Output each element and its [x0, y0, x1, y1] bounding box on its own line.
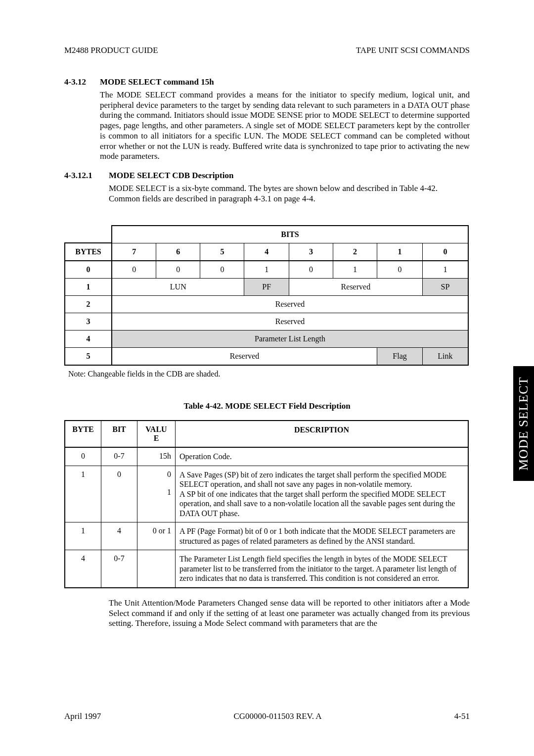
desc-bit: 0-7: [101, 550, 137, 588]
desc-bit: 4: [101, 522, 137, 550]
desc-byte: 1: [65, 466, 101, 522]
cdb-cell: 0: [289, 261, 333, 279]
byte-label: 2: [65, 296, 112, 313]
bit-col-header: 7: [112, 243, 156, 261]
subsection-heading: 4-3.12.1 MODE SELECT CDB Description: [64, 171, 470, 181]
bit-col-header: 1: [377, 243, 423, 261]
cdb-cell: SP: [422, 279, 468, 296]
bit-col-header: 0: [422, 243, 468, 261]
header-left: M2488 PRODUCT GUIDE: [64, 46, 158, 55]
desc-table-wrap: BYTEBITVALU EDESCRIPTION00-715hOperation…: [64, 420, 470, 588]
bytes-header: BYTES: [65, 243, 112, 261]
cdb-table-wrap: BITSBYTES765432100000101011LUNPFReserved…: [64, 225, 470, 366]
bit-col-header: 5: [200, 243, 244, 261]
section-number: 4-3.12: [64, 77, 100, 87]
desc-byte: 0: [65, 447, 101, 466]
cdb-cell: 1: [422, 261, 468, 279]
cdb-cell: 0: [200, 261, 244, 279]
byte-label: 4: [65, 331, 112, 348]
desc-byte: 4: [65, 550, 101, 588]
desc-header-desc: DESCRIPTION: [176, 421, 469, 447]
subsection-title: MODE SELECT CDB Description: [109, 171, 233, 181]
cdb-cell: Reserved: [112, 313, 468, 331]
cdb-cell: Reserved: [289, 279, 422, 296]
bit-col-header: 4: [244, 243, 289, 261]
desc-table: BYTEBITVALU EDESCRIPTION00-715hOperation…: [64, 420, 469, 588]
bit-col-header: 3: [289, 243, 333, 261]
cdb-cell: PF: [244, 279, 289, 296]
desc-text: A Save Pages (SP) bit of zero indicates …: [176, 466, 469, 522]
desc-table-caption: Table 4-42. MODE SELECT Field Descriptio…: [64, 401, 470, 411]
desc-text: Operation Code.: [176, 447, 469, 466]
cdb-cell: Parameter List Length: [112, 331, 468, 348]
bits-header: BITS: [112, 226, 468, 243]
footer-center: CG00000-011503 REV. A: [233, 711, 321, 721]
byte-label: 3: [65, 313, 112, 331]
section-heading: 4-3.12 MODE SELECT command 15h: [64, 77, 470, 87]
cdb-cell: Reserved: [112, 348, 377, 366]
byte-label: 1: [65, 279, 112, 296]
desc-header-bit: BIT: [101, 421, 137, 447]
cdb-cell: LUN: [112, 279, 244, 296]
side-tab: MODE SELECT: [513, 366, 534, 481]
desc-text: The Parameter List Length field specifie…: [176, 550, 469, 588]
header-right: TAPE UNIT SCSI COMMANDS: [356, 46, 470, 55]
desc-value: 15h: [137, 447, 176, 466]
cdb-note: Note: Changeable fields in the CDB are s…: [68, 370, 470, 378]
footer-left: April 1997: [64, 711, 101, 721]
page-header: M2488 PRODUCT GUIDE TAPE UNIT SCSI COMMA…: [64, 46, 470, 55]
cdb-cell: Flag: [377, 348, 423, 366]
desc-header-byte: BYTE: [65, 421, 101, 447]
subsection-paragraph: MODE SELECT is a six-byte command. The b…: [109, 184, 470, 204]
cdb-table: BITSBYTES765432100000101011LUNPFReserved…: [64, 225, 469, 366]
desc-bit: 0: [101, 466, 137, 522]
section-title: MODE SELECT command 15h: [100, 77, 214, 87]
byte-label: 0: [65, 261, 112, 279]
tail-paragraph: The Unit Attention/Mode Parameters Chang…: [109, 598, 470, 629]
cdb-cell: 0: [112, 261, 156, 279]
desc-value: [137, 550, 176, 588]
cdb-cell: Reserved: [112, 296, 468, 313]
desc-text: A PF (Page Format) bit of 0 or 1 both in…: [176, 522, 469, 550]
bit-col-header: 2: [333, 243, 377, 261]
desc-header-value: VALU E: [137, 421, 176, 447]
page-footer: April 1997 CG00000-011503 REV. A 4-51: [64, 711, 470, 721]
desc-value: 0 1: [137, 466, 176, 522]
document-page: M2488 PRODUCT GUIDE TAPE UNIT SCSI COMMA…: [0, 0, 534, 756]
section-paragraph: The MODE SELECT command provides a means…: [100, 90, 470, 162]
cdb-cell: 1: [244, 261, 289, 279]
desc-value: 0 or 1: [137, 522, 176, 550]
cdb-cell: Link: [422, 348, 468, 366]
byte-label: 5: [65, 348, 112, 366]
cdb-cell: 1: [333, 261, 377, 279]
footer-right: 4-51: [454, 711, 470, 721]
bit-col-header: 6: [156, 243, 200, 261]
cdb-cell: 0: [156, 261, 200, 279]
cdb-cell: 0: [377, 261, 423, 279]
subsection-number: 4-3.12.1: [64, 171, 109, 181]
desc-byte: 1: [65, 522, 101, 550]
desc-bit: 0-7: [101, 447, 137, 466]
